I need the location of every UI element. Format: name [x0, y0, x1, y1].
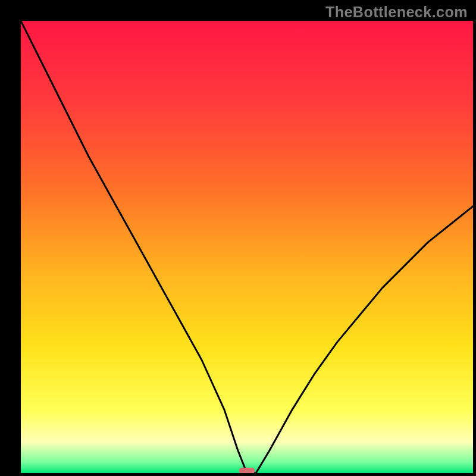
watermark-text: TheBottleneck.com [325, 4, 468, 21]
optimal-point-marker [239, 468, 255, 473]
gradient-background [21, 21, 473, 473]
plot-area [21, 21, 473, 473]
chart-canvas [21, 21, 473, 473]
chart-frame: TheBottleneck.com [0, 0, 476, 476]
